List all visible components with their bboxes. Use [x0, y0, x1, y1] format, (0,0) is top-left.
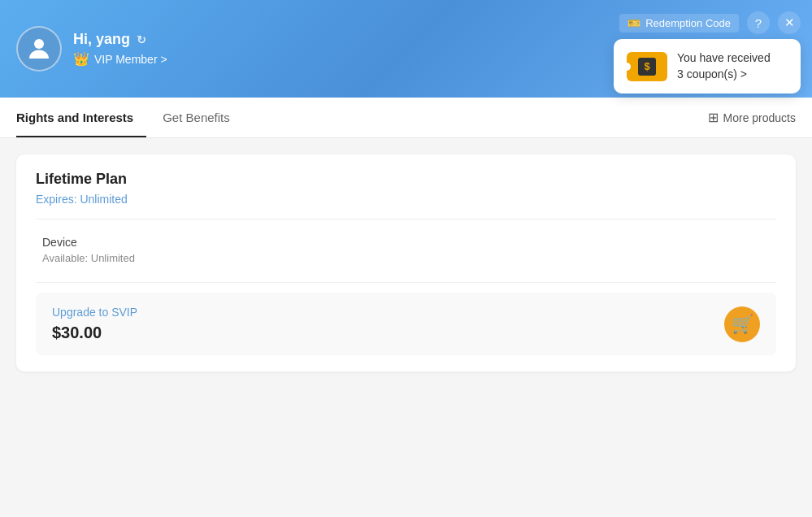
add-to-cart-button[interactable]: 🛒 [724, 306, 760, 342]
coupon-line2: 3 coupon(s) > [677, 67, 771, 83]
user-info: Hi, yang ↻ 👑 VIP Member > [73, 31, 167, 67]
refresh-icon[interactable]: ↻ [137, 33, 146, 46]
header-left: Hi, yang ↻ 👑 VIP Member > [16, 26, 167, 72]
tab-get-benefits[interactable]: Get Benefits [163, 99, 243, 137]
redemption-button[interactable]: 🎫 Redemption Code [619, 14, 739, 33]
more-products-label: More products [723, 111, 796, 124]
greeting-text: Hi, yang [73, 31, 130, 48]
upgrade-label: Upgrade to SVIP [52, 306, 137, 319]
upgrade-info: Upgrade to SVIP $30.00 [52, 306, 137, 342]
grid-icon: ⊞ [708, 110, 719, 125]
tab-rights-and-interests[interactable]: Rights and Interests [16, 99, 146, 137]
expires-label: Expires: [36, 193, 77, 206]
coupon-ticket: $ [627, 52, 667, 81]
device-available: Available: Unlimited [42, 252, 776, 264]
tabs-area: Rights and Interests Get Benefits ⊞ More… [0, 98, 812, 138]
close-button[interactable]: ✕ [778, 11, 801, 34]
cart-icon: 🛒 [732, 314, 753, 335]
coupon-text: You have received 3 coupon(s) > [677, 50, 771, 82]
help-button[interactable]: ? [747, 11, 770, 34]
crown-icon: 👑 [73, 51, 89, 67]
main-content: Lifetime Plan Expires: Unlimited Device … [0, 138, 812, 517]
coupon-popup[interactable]: $ You have received 3 coupon(s) > [614, 39, 801, 93]
plan-expires: Expires: Unlimited [36, 193, 776, 206]
divider-1 [36, 219, 776, 219]
svg-point-0 [34, 39, 44, 49]
plan-card: Lifetime Plan Expires: Unlimited Device … [16, 154, 796, 371]
user-icon [24, 34, 54, 63]
coupon-ticket-symbol: $ [638, 58, 656, 76]
vip-badge[interactable]: 👑 VIP Member > [73, 51, 167, 67]
coupon-line1: You have received [677, 50, 771, 67]
expires-value: Unlimited [80, 193, 127, 206]
divider-2 [36, 282, 776, 283]
device-section: Device Available: Unlimited [36, 232, 776, 272]
more-products-button[interactable]: ⊞ More products [708, 110, 796, 125]
ticket-icon: 🎫 [627, 17, 640, 29]
avatar [16, 26, 62, 72]
upgrade-box[interactable]: Upgrade to SVIP $30.00 🛒 [36, 293, 776, 355]
header: Hi, yang ↻ 👑 VIP Member > 🎫 Redemption C… [0, 0, 812, 98]
vip-label: VIP Member > [94, 53, 167, 66]
header-controls: 🎫 Redemption Code ? ✕ [619, 11, 801, 34]
upgrade-price: $30.00 [52, 324, 137, 342]
greeting: Hi, yang ↻ [73, 31, 167, 48]
device-label: Device [42, 236, 776, 249]
redemption-label: Redemption Code [645, 17, 731, 29]
plan-title: Lifetime Plan [36, 171, 776, 188]
